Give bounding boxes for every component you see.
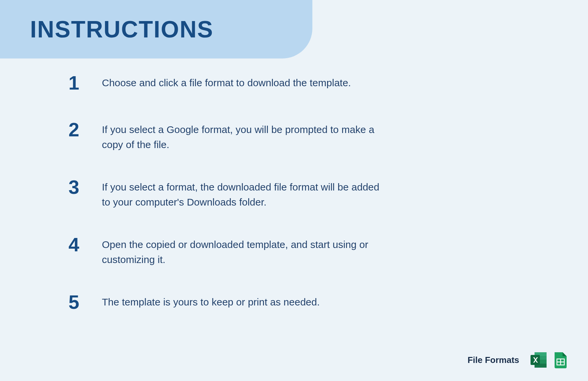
step-text: Open the copied or downloaded template, … <box>102 237 389 267</box>
title-bar: INSTRUCTIONS <box>0 0 312 58</box>
step-text: If you select a Google format, you will … <box>102 122 389 152</box>
steps-list: 1 Choose and click a file format to down… <box>68 75 488 341</box>
file-formats-label: File Formats <box>467 355 519 365</box>
step-number: 3 <box>68 177 102 197</box>
step-item: 2 If you select a Google format, you wil… <box>68 122 488 152</box>
file-formats-footer: File Formats <box>467 351 569 369</box>
step-text: The template is yours to keep or print a… <box>102 294 320 309</box>
step-number: 4 <box>68 235 102 254</box>
step-item: 5 The template is yours to keep or print… <box>68 294 488 314</box>
step-number: 5 <box>68 292 102 312</box>
step-item: 4 Open the copied or downloaded template… <box>68 237 488 267</box>
step-text: If you select a format, the downloaded f… <box>102 179 389 210</box>
step-item: 3 If you select a format, the downloaded… <box>68 179 488 210</box>
page-title: INSTRUCTIONS <box>30 16 213 43</box>
step-text: Choose and click a file format to downlo… <box>102 75 351 90</box>
excel-icon[interactable] <box>530 351 548 369</box>
step-item: 1 Choose and click a file format to down… <box>68 75 488 95</box>
step-number: 2 <box>68 120 102 139</box>
google-sheets-icon[interactable] <box>551 351 569 369</box>
step-number: 1 <box>68 73 102 93</box>
